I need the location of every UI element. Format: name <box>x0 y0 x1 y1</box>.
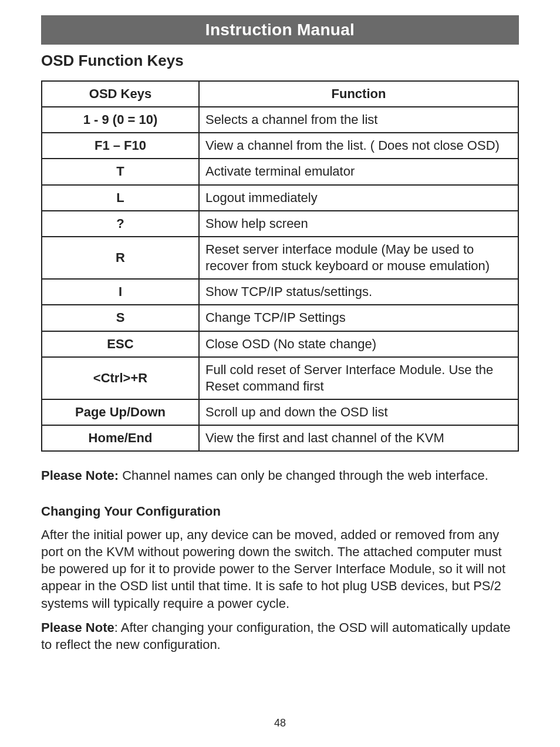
banner-title: Instruction Manual <box>205 21 355 39</box>
key-cell: T <box>42 159 199 184</box>
note-paragraph-1: Please Note: Channel names can only be c… <box>41 467 519 484</box>
desc-cell: View a channel from the list. ( Does not… <box>199 133 518 159</box>
section-heading: OSD Function Keys <box>41 52 519 70</box>
header-banner: Instruction Manual <box>41 15 519 45</box>
table-row: <Ctrl>+RFull cold reset of Server Interf… <box>42 357 518 399</box>
table-row: TActivate terminal emulator <box>42 159 518 184</box>
table-header-osd-keys: OSD Keys <box>42 81 199 107</box>
key-cell: I <box>42 279 199 305</box>
table-header-function: Function <box>199 81 518 107</box>
function-keys-table: OSD Keys Function 1 - 9 (0 = 10)Selects … <box>41 80 519 452</box>
key-cell: F1 – F10 <box>42 133 199 159</box>
desc-cell: Activate terminal emulator <box>199 159 518 184</box>
key-cell: 1 - 9 (0 = 10) <box>42 107 199 133</box>
note-bold-1: Please Note: <box>41 468 119 483</box>
key-cell: L <box>42 185 199 211</box>
subheading: Changing Your Configuration <box>41 504 519 519</box>
key-cell: ? <box>42 211 199 237</box>
desc-cell: Show TCP/IP status/settings. <box>199 279 518 305</box>
table-row: LLogout immediately <box>42 185 518 211</box>
key-cell: S <box>42 305 199 331</box>
desc-cell: Logout immediately <box>199 185 518 211</box>
note-bold-2: Please Note <box>41 620 114 635</box>
table-row: IShow TCP/IP status/settings. <box>42 279 518 305</box>
key-cell: <Ctrl>+R <box>42 357 199 399</box>
key-cell: Home/End <box>42 425 199 451</box>
key-cell: R <box>42 237 199 279</box>
key-cell: ESC <box>42 331 199 357</box>
desc-cell: Selects a channel from the list <box>199 107 518 133</box>
table-row: 1 - 9 (0 = 10)Selects a channel from the… <box>42 107 518 133</box>
table-header-row: OSD Keys Function <box>42 81 518 107</box>
desc-cell: Change TCP/IP Settings <box>199 305 518 331</box>
table-row: F1 – F10View a channel from the list. ( … <box>42 133 518 159</box>
desc-cell: Show help screen <box>199 211 518 237</box>
desc-cell: Close OSD (No state change) <box>199 331 518 357</box>
body-paragraph-1: After the initial power up, any device c… <box>41 526 519 611</box>
desc-cell: View the first and last channel of the K… <box>199 425 518 451</box>
table-row: RReset server interface module (May be u… <box>42 237 518 279</box>
table-row: ESCClose OSD (No state change) <box>42 331 518 357</box>
table-row: ?Show help screen <box>42 211 518 237</box>
table-row: Home/EndView the first and last channel … <box>42 425 518 451</box>
page-number: 48 <box>0 717 560 729</box>
desc-cell: Full cold reset of Server Interface Modu… <box>199 357 518 399</box>
key-cell: Page Up/Down <box>42 399 199 425</box>
note-text-1: Channel names can only be changed throug… <box>119 468 488 483</box>
note-paragraph-2: Please Note: After changing your configu… <box>41 619 519 653</box>
table-row: Page Up/DownScroll up and down the OSD l… <box>42 399 518 425</box>
desc-cell: Scroll up and down the OSD list <box>199 399 518 425</box>
desc-cell: Reset server interface module (May be us… <box>199 237 518 279</box>
table-row: SChange TCP/IP Settings <box>42 305 518 331</box>
